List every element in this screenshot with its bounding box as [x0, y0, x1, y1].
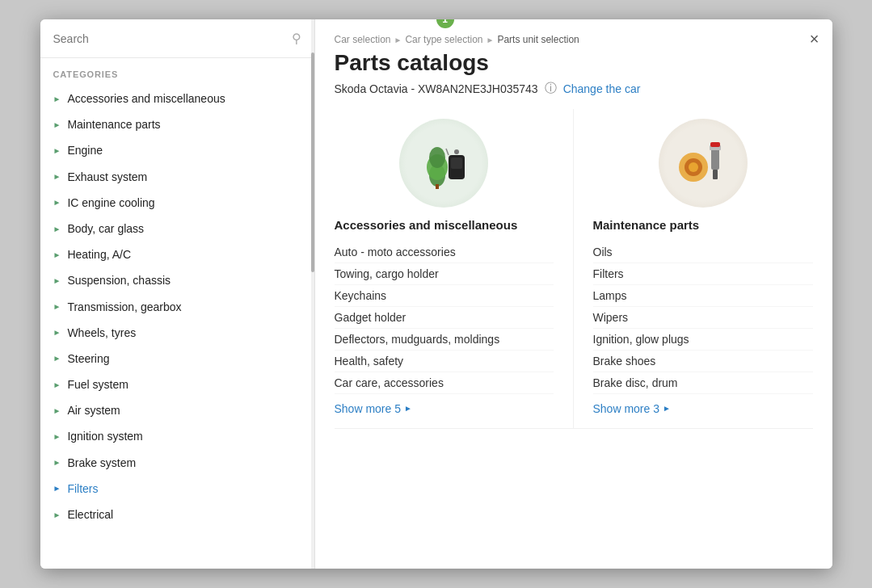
- sidebar-item-label-14: Brake system: [67, 456, 136, 470]
- sidebar-item-label-0: Accessories and miscellaneous: [67, 91, 225, 106]
- sidebar-item-3[interactable]: ►Exhaust system: [40, 164, 314, 190]
- card-list-item-accessories-5[interactable]: Health, safety: [335, 351, 554, 372]
- arrow-icon-6: ►: [53, 250, 61, 260]
- show-more-accessories[interactable]: Show more 5 ►: [335, 402, 554, 415]
- breadcrumb-car-selection[interactable]: Car selection: [335, 34, 391, 45]
- sidebar-item-label-3: Exhaust system: [67, 170, 147, 184]
- sidebar-item-7[interactable]: ►Suspension, chassis: [40, 267, 314, 293]
- arrow-icon-15: ►: [53, 483, 61, 494]
- svg-line-7: [446, 149, 449, 155]
- sidebar-item-0[interactable]: ►Accessories and miscellaneous: [40, 86, 314, 111]
- sidebar-item-5[interactable]: ►Body, car glass: [40, 216, 314, 242]
- card-list-item-accessories-4[interactable]: Deflectors, mudguards, moldings: [335, 329, 554, 351]
- sidebar-item-label-1: Maintenance parts: [67, 117, 160, 132]
- arrow-icon-0: ►: [53, 94, 61, 104]
- card-list-item-maintenance-4[interactable]: Ignition, glow plugs: [593, 329, 813, 351]
- arrow-icon-7: ►: [53, 275, 61, 286]
- arrow-icon-5: ►: [53, 224, 61, 234]
- card-title-accessories: Accessories and miscellaneous: [335, 217, 554, 233]
- card-list-item-accessories-6[interactable]: Car care, accessories: [335, 372, 554, 394]
- sidebar-item-15[interactable]: ►Filters: [40, 476, 314, 502]
- info-icon[interactable]: ⓘ: [545, 81, 557, 96]
- change-car-link[interactable]: Change the car: [563, 82, 641, 95]
- close-button[interactable]: ×: [810, 31, 819, 47]
- card-list-accessories: Auto - moto accessoriesTowing, cargo hol…: [335, 242, 554, 394]
- card-list-item-maintenance-0[interactable]: Oils: [593, 242, 813, 263]
- modal: 1 2 3 4 5 ⚲ CATEGORIES ►Accessories and …: [40, 19, 832, 569]
- sidebar-item-label-4: IC engine cooling: [67, 195, 154, 210]
- sidebar-item-1[interactable]: ►Maintenance parts: [40, 111, 314, 137]
- svg-point-2: [429, 147, 445, 168]
- card-list-item-maintenance-5[interactable]: Brake shoes: [593, 351, 813, 372]
- card-maintenance: Maintenance partsOilsFiltersLampsWipersI…: [574, 109, 813, 429]
- sidebar-item-9[interactable]: ►Wheels, tyres: [40, 320, 314, 346]
- arrow-icon-8: ►: [53, 301, 61, 312]
- card-list-item-maintenance-3[interactable]: Wipers: [593, 307, 813, 329]
- card-list-item-maintenance-6[interactable]: Brake disc, drum: [593, 372, 813, 394]
- show-more-maintenance[interactable]: Show more 3 ►: [593, 402, 813, 415]
- sidebar-item-14[interactable]: ►Brake system: [40, 450, 314, 476]
- svg-rect-5: [451, 158, 462, 169]
- sidebar-scrollbar-thumb: [311, 52, 314, 272]
- breadcrumb-car-type[interactable]: Car type selection: [405, 34, 482, 45]
- show-more-label-accessories: Show more 5: [335, 402, 401, 415]
- sidebar-item-label-16: Electrical: [67, 507, 113, 522]
- sidebar-item-13[interactable]: ►Ignition system: [40, 423, 314, 449]
- search-bar[interactable]: ⚲: [40, 19, 314, 58]
- sidebar-list: ►Accessories and miscellaneous►Maintenan…: [40, 86, 314, 569]
- sidebar-item-8[interactable]: ►Transmission, gearbox: [40, 294, 314, 320]
- svg-rect-12: [713, 170, 718, 179]
- card-list-item-accessories-0[interactable]: Auto - moto accessories: [335, 242, 554, 263]
- cards-grid: Accessories and miscellaneousAuto - moto…: [335, 109, 813, 429]
- arrow-icon-9: ►: [53, 327, 61, 338]
- card-list-item-accessories-1[interactable]: Towing, cargo holder: [335, 263, 554, 285]
- sidebar-item-label-7: Suspension, chassis: [67, 273, 171, 288]
- svg-point-6: [454, 149, 459, 154]
- sidebar-scrollbar[interactable]: [311, 19, 314, 569]
- main-content: × Car selection ► Car type selection ► P…: [315, 19, 832, 569]
- arrow-icon-16: ►: [53, 510, 61, 520]
- arrow-icon-14: ►: [53, 457, 61, 468]
- card-list-item-accessories-2[interactable]: Keychains: [335, 285, 554, 307]
- breadcrumb-separator-1: ►: [394, 36, 402, 44]
- arrow-icon-13: ►: [53, 431, 61, 442]
- sidebar-item-label-13: Ignition system: [67, 429, 142, 443]
- card-image-maintenance: [659, 119, 748, 208]
- card-list-item-maintenance-1[interactable]: Filters: [593, 263, 813, 285]
- sidebar-item-label-6: Heating, A/C: [67, 247, 131, 262]
- arrow-icon-11: ►: [53, 380, 61, 390]
- arrow-icon-10: ►: [53, 353, 61, 363]
- arrow-icon-1: ►: [53, 120, 61, 130]
- svg-rect-3: [436, 184, 439, 189]
- sidebar-item-11[interactable]: ►Fuel system: [40, 372, 314, 397]
- categories-label: CATEGORIES: [40, 58, 314, 86]
- arrow-icon-2: ►: [53, 145, 61, 156]
- card-title-maintenance: Maintenance parts: [593, 217, 813, 233]
- sidebar-item-label-10: Steering: [67, 351, 109, 366]
- arrow-icon-12: ►: [53, 405, 61, 416]
- breadcrumb: Car selection ► Car type selection ► Par…: [335, 34, 813, 45]
- card-list-item-accessories-3[interactable]: Gadget holder: [335, 307, 554, 329]
- main-header: × Car selection ► Car type selection ► P…: [315, 19, 832, 109]
- sidebar-item-6[interactable]: ►Heating, A/C: [40, 242, 314, 267]
- sidebar-item-label-2: Engine: [67, 143, 103, 158]
- search-input[interactable]: [53, 32, 292, 45]
- show-more-label-maintenance: Show more 3: [593, 402, 659, 415]
- page-title: Parts catalogs: [335, 50, 813, 76]
- svg-rect-11: [711, 147, 719, 170]
- card-list-item-maintenance-2[interactable]: Lamps: [593, 285, 813, 307]
- sidebar: ⚲ CATEGORIES ►Accessories and miscellane…: [40, 19, 315, 569]
- sidebar-item-10[interactable]: ►Steering: [40, 346, 314, 372]
- sidebar-item-2[interactable]: ►Engine: [40, 137, 314, 163]
- svg-rect-14: [710, 142, 720, 147]
- sidebar-item-16[interactable]: ►Electrical: [40, 502, 314, 527]
- breadcrumb-parts-unit: Parts unit selection: [497, 34, 579, 45]
- sidebar-item-4[interactable]: ►IC engine cooling: [40, 190, 314, 216]
- sidebar-item-12[interactable]: ►Air system: [40, 397, 314, 423]
- breadcrumb-separator-2: ►: [486, 36, 494, 44]
- sidebar-item-label-5: Body, car glass: [67, 221, 144, 236]
- show-more-arrow-maintenance: ►: [663, 404, 671, 413]
- arrow-icon-3: ►: [53, 171, 61, 182]
- sidebar-item-label-9: Wheels, tyres: [67, 326, 136, 340]
- card-list-maintenance: OilsFiltersLampsWipersIgnition, glow plu…: [593, 242, 813, 394]
